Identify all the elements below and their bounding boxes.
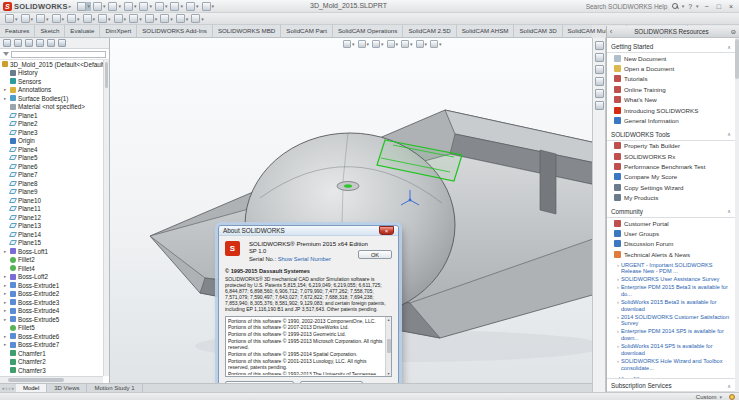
dropdown-caret-icon[interactable]: ▾ [180,3,183,9]
menu-flyout-icon[interactable]: ▸ [69,3,72,9]
search-options-caret-icon[interactable]: ▾ [682,3,685,9]
tree-item[interactable]: Fillet2 [0,256,103,265]
smart-dimension-icon[interactable]: ▾ [145,14,159,23]
dropdown-caret-icon[interactable]: ▾ [87,3,90,9]
task-pane-link[interactable]: General Information [607,115,735,125]
hide-show-items-icon[interactable]: ▾ [401,40,414,48]
cam-manager-icon[interactable] [58,39,66,47]
tree-root-item[interactable]: 3D_Mold_2015 (Default<<Default>_Disp [0,60,103,69]
task-pane-link[interactable]: Tutorials [607,74,735,84]
tree-item[interactable]: Plane1 [0,111,103,120]
edit-appearance-icon[interactable]: ▾ [67,14,81,23]
filter-icon[interactable] [3,52,9,56]
dropdown-caret-icon[interactable]: ▾ [134,3,137,9]
tree-item[interactable]: Plane6 [0,162,103,171]
tree-item[interactable]: History [0,69,103,78]
options-icon[interactable]: ▾ [191,14,205,23]
tree-item[interactable]: Plane11 [0,205,103,214]
dropdown-caret-icon[interactable]: ▾ [367,41,370,47]
tree-item[interactable]: Chamfer2 [0,358,103,367]
tree-horizontal-scrollbar[interactable] [0,376,103,383]
tree-item[interactable]: ▸ Boss-Extrude7 [0,341,103,350]
hide-show-items-icon[interactable]: ▾ [52,14,66,23]
zoom-fit-icon[interactable]: ▾ [343,40,356,48]
task-pane-link[interactable]: Online Training [607,84,735,94]
view-orientation-icon[interactable]: ▾ [98,14,112,23]
apply-scene-icon[interactable]: ▾ [83,14,97,23]
section-view-icon[interactable]: ▾ [21,14,35,23]
dropdown-caret-icon[interactable]: ▾ [46,16,49,22]
tree-item[interactable]: Plane2 [0,120,103,129]
dropdown-caret-icon[interactable]: ▾ [118,3,121,9]
tab-scroll-icon[interactable]: ‹ [6,385,8,391]
edit-appearance-icon[interactable]: ▾ [416,40,429,48]
tree-item[interactable]: Fillet5 [0,324,103,333]
tab-scroll-icon[interactable]: » [11,385,14,391]
news-link[interactable]: › 2014 SOLIDWORKS Customer Satisfaction … [617,314,733,327]
tree-item[interactable]: ▸ Boss-Extrude2 [0,290,103,299]
sketch-point[interactable] [344,184,352,188]
apply-scene-icon[interactable]: ▾ [430,40,443,48]
tree-item[interactable]: ▸ Boss-Loft2 [0,273,103,282]
ribbon-tab[interactable]: Evaluate [65,25,100,37]
tree-item[interactable]: ▸ Boss-Extrude1 [0,281,103,290]
license-agreements-button[interactable]: License Agreements... [225,381,294,383]
file-properties-icon[interactable]: ▾ [186,2,200,11]
task-pane-link[interactable]: What's New [607,95,735,105]
design-library-icon[interactable] [595,53,604,62]
tree-item[interactable]: Plane7 [0,171,103,180]
ribbon-tab[interactable]: SOLIDWORKS Add-Ins [137,25,213,37]
dropdown-caret-icon[interactable]: ▾ [201,16,204,22]
dropdown-caret-icon[interactable]: ▾ [155,16,158,22]
rebuild-icon[interactable]: ▾ [170,2,184,11]
dropdown-caret-icon[interactable]: ▾ [352,41,355,47]
ribbon-tab[interactable]: SolidCAM 2.5D [403,25,456,37]
sketch-icon[interactable]: ▾ [129,14,143,23]
ribbon-tab[interactable]: SOLIDWORKS MBD [213,25,281,37]
tree-item[interactable]: Sensors [0,77,103,86]
news-link[interactable]: › SolidWorks 2014 SP5 is available for d… [617,343,733,356]
dropdown-caret-icon[interactable]: ▾ [410,41,413,47]
tree-item[interactable]: ▸ Boss-Extrude4 [0,307,103,316]
scroll-up-icon[interactable]: ▴ [387,317,389,322]
file-explorer-icon[interactable] [595,65,604,74]
dropdown-caret-icon[interactable]: ▾ [77,16,80,22]
propertymanager-icon[interactable] [14,39,22,47]
configurationmanager-icon[interactable] [25,39,33,47]
dialog-title-bar[interactable]: About SOLIDWORKS [219,226,398,236]
task-pane-link[interactable]: Discussion Forum [607,239,735,249]
minimize-button[interactable]: − [702,1,712,12]
dropdown-caret-icon[interactable]: ▾ [139,16,142,22]
document-tab[interactable]: 3D Views [47,384,87,392]
tree-item[interactable]: Plane13 [0,222,103,231]
dimxpertmanager-icon[interactable] [36,39,44,47]
dropdown-caret-icon[interactable]: ▾ [396,41,399,47]
help-caret-icon[interactable]: ▾ [696,3,699,9]
dropdown-caret-icon[interactable]: ▾ [165,3,168,9]
tree-item[interactable]: Plane10 [0,196,103,205]
quick-tips-icon[interactable] [729,394,735,400]
undo-icon[interactable]: ▾ [139,2,153,11]
graphics-area[interactable]: ▾ ▾ ▾ ▾ ▾ ▾ ▾ About SOLIDWORKS × [110,38,592,383]
tree-item[interactable]: Plane12 [0,213,103,222]
tree-item[interactable]: ▸ Boss-Extrude3 [0,298,103,307]
options-icon[interactable]: ▾ [202,2,216,11]
document-tab[interactable]: Model [16,384,47,392]
tree-item[interactable]: Plane4 [0,145,103,154]
news-link[interactable]: › SOLIDWORKS User Assistance Survey [617,276,733,283]
collapse-section-icon[interactable]: ∧ [727,383,731,389]
tree-item[interactable]: ▸ Annotations [0,86,103,95]
dropdown-caret-icon[interactable]: ▾ [381,41,384,47]
ribbon-tab[interactable]: DimXpert [100,25,137,37]
collapse-section-icon[interactable]: ∧ [727,131,731,137]
task-pane-link[interactable]: Compare My Score [607,172,735,182]
tree-item[interactable]: Plane15 [0,239,103,248]
news-link[interactable]: › SOLIDWORKS Hole Wizard and Toolbox con… [617,358,733,371]
task-pane-link[interactable]: New Document [607,53,735,63]
dropdown-caret-icon[interactable]: ▾ [103,3,106,9]
task-pane-link[interactable]: User Groups [607,228,735,238]
zoom-area-icon[interactable]: ▾ [358,40,371,48]
tree-filter-input[interactable] [11,51,106,58]
tree-item[interactable]: Material <not specified> [0,103,103,112]
dropdown-caret-icon[interactable]: ▾ [31,16,34,22]
